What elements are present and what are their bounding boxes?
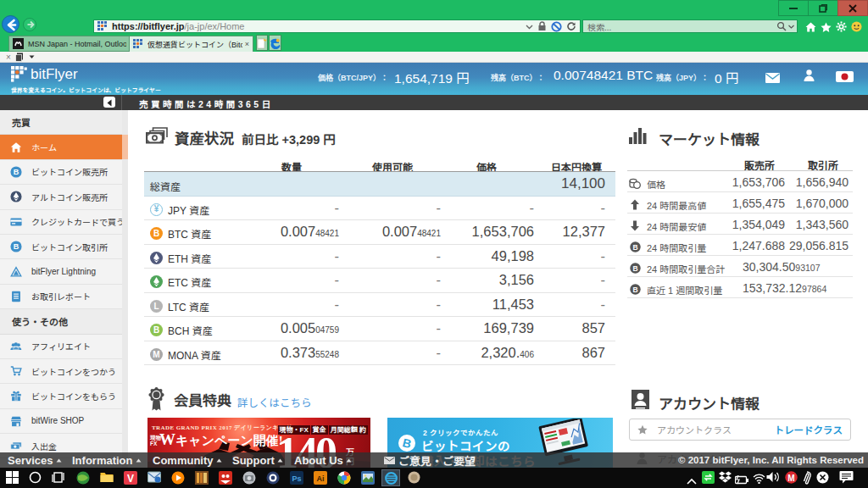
svg-text:B: B — [632, 242, 637, 251]
svg-text:B: B — [14, 168, 19, 176]
svg-text:Ai: Ai — [317, 474, 325, 483]
svg-text:M: M — [787, 474, 794, 483]
svg-text:B: B — [632, 263, 637, 272]
svg-text:B: B — [632, 285, 637, 293]
svg-text:V: V — [127, 473, 134, 485]
svg-text:B: B — [14, 242, 19, 251]
svg-text:Ps: Ps — [292, 474, 301, 483]
